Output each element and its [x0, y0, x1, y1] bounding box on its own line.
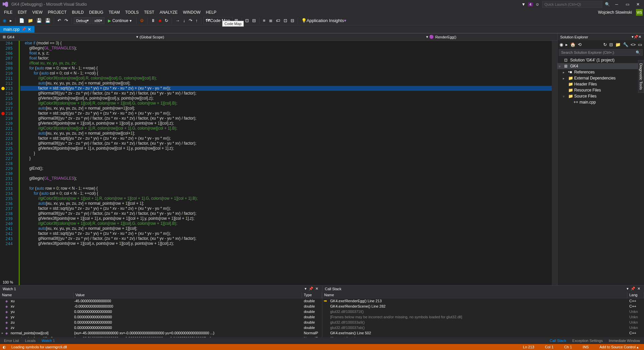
line-number[interactable]: 226 — [0, 151, 19, 156]
source-control-button[interactable]: Add to Source Control ▴ — [597, 345, 641, 349]
watch-row[interactable]: ◈yu0.00000000000000000double — [0, 309, 322, 314]
code-line[interactable]: glVertex3f(points[row + 1][col + 1].x, p… — [20, 216, 552, 221]
open-icon[interactable]: 📁 — [26, 17, 34, 24]
watch-row[interactable]: ◈xu-45.000000000000000double — [0, 298, 322, 304]
step-out-icon[interactable]: ↑ — [194, 17, 199, 24]
solution-search[interactable]: Search Solution Explorer (Ctrl+;) 🔍 — [559, 49, 643, 56]
watch-col-type[interactable]: Type — [302, 292, 322, 298]
tb-icon-8[interactable]: ⊟ — [289, 17, 296, 24]
watch-row[interactable]: ◈yv0.00000000000000000double — [0, 314, 322, 320]
tree-node[interactable]: ▸📁External Dependencies — [557, 75, 644, 81]
line-number[interactable]: 239 — [0, 216, 19, 221]
line-number[interactable]: 235 — [0, 196, 19, 201]
tree-node[interactable]: ▿📁Source Files — [557, 93, 644, 99]
panel-close-icon[interactable]: ✕ — [638, 35, 641, 39]
code-line[interactable]: glNormal3f((yu * zv - zu * yv) / factor,… — [20, 236, 552, 241]
code-editor[interactable]: 2042052062072082092102112122132142152162… — [0, 41, 557, 285]
line-number[interactable]: 215 — [0, 96, 19, 101]
line-gutter[interactable]: 2042052062072082092102112122132142152162… — [0, 41, 19, 285]
code-line[interactable] — [20, 161, 552, 166]
line-number[interactable]: 233 — [0, 186, 19, 191]
se-showall-icon[interactable]: 📁 — [615, 41, 621, 48]
tree-node[interactable]: 📁Header Files — [557, 81, 644, 87]
callstack-row[interactable]: ➡GK4.exe!RenderEgg() Line 213C++ — [322, 298, 644, 304]
tree-node[interactable]: ⊡Solution 'GK4' (1 project) — [557, 57, 644, 63]
code-line[interactable]: for (auto col = 0; col < N - 1; ++col) { — [20, 191, 552, 196]
code-line[interactable]: //glColor3f(colors[row + 1][col].R, colo… — [20, 221, 552, 226]
saveall-icon[interactable]: 💾 — [44, 17, 52, 24]
line-number[interactable]: 234 — [0, 191, 19, 196]
code-line[interactable]: glVertex3f(points[row + 1][col].x, point… — [20, 241, 552, 246]
flag-icon[interactable]: ▼ — [521, 2, 525, 7]
code-line[interactable] — [20, 171, 552, 176]
panel-dropdown-icon[interactable]: ▾ — [626, 287, 630, 291]
panel-close-icon[interactable]: ✕ — [636, 287, 641, 291]
nav-project[interactable]: ⊞ GK4 — [0, 34, 134, 40]
line-number[interactable]: 223 — [0, 136, 19, 141]
diagnostic-tools-tab[interactable]: Diagnostic Tools — [638, 60, 644, 93]
line-number[interactable]: 211 — [0, 76, 19, 81]
line-number[interactable]: 242 — [0, 231, 19, 236]
se-code-icon[interactable]: <> — [630, 41, 636, 48]
user-avatar[interactable]: WS — [636, 9, 643, 16]
code-line[interactable]: //glColor3f(colors[row][col].R, colors[r… — [20, 76, 552, 81]
line-number[interactable]: 236 — [0, 201, 19, 206]
panel-pin-icon[interactable]: 📌 — [634, 35, 638, 39]
line-number[interactable]: 231 — [0, 176, 19, 181]
line-number[interactable]: 222 — [0, 131, 19, 136]
minimize-button[interactable]: ─ — [613, 1, 621, 8]
menu-help[interactable]: HELP — [203, 9, 219, 15]
se-home-icon[interactable]: 🏠 — [570, 41, 576, 48]
menu-window[interactable]: WINDOW — [180, 9, 203, 15]
redo-icon[interactable]: ↷ — [63, 17, 69, 24]
code-line[interactable]: glNormal3f((yu * zv - zu * yv) / factor,… — [20, 211, 552, 216]
nav-scope[interactable]: ▾ (Global Scope) — [134, 34, 424, 40]
line-number[interactable]: 206 — [0, 51, 19, 56]
line-number[interactable]: 219 — [0, 116, 19, 121]
line-number[interactable]: 227 — [0, 156, 19, 161]
code-line[interactable]: auto[xu, xv, yu, yv, zu, zv] = normal_po… — [20, 226, 552, 231]
zoom-level[interactable]: 100 % — [1, 280, 14, 285]
code-line[interactable]: else if (model == 3) { — [20, 41, 552, 46]
line-number[interactable]: 230 — [0, 171, 19, 176]
new-icon[interactable]: 📄 — [18, 17, 26, 24]
pause-icon[interactable]: ⏸ — [150, 17, 157, 24]
callstack-row[interactable]: [External Code] — [322, 336, 644, 337]
line-number[interactable]: 221 — [0, 126, 19, 131]
line-number[interactable]: 205 — [0, 46, 19, 51]
line-number[interactable]: 240 — [0, 221, 19, 226]
tb-icon-2[interactable]: ⊡ — [244, 17, 250, 24]
line-number[interactable]: 232 — [0, 181, 19, 186]
line-number[interactable]: 204 — [0, 41, 19, 46]
code-line[interactable]: //glColor3f(colors[row + 1][col + 1].R, … — [20, 196, 552, 201]
panel-pin-icon[interactable]: 📌 — [308, 287, 314, 291]
code-line[interactable]: auto[xu, xv, yu, yv, zu, zv] = normal_po… — [20, 131, 552, 136]
pin-icon[interactable]: 📌 — [22, 27, 26, 31]
search-icon[interactable]: 🔍 — [605, 2, 610, 7]
line-number[interactable]: 225 — [0, 146, 19, 151]
tree-node[interactable]: ▸•■References — [557, 69, 644, 75]
line-number[interactable]: 241 — [0, 226, 19, 231]
callstack-row[interactable]: glut32.dll!1000371f()Unkn — [322, 309, 644, 314]
line-number[interactable]: 229 — [0, 166, 19, 171]
line-number[interactable]: 212 — [0, 81, 19, 86]
code-line[interactable]: auto[xu, xv, yu, yv, zu, zv] = normal_po… — [20, 201, 552, 206]
callstack-row[interactable]: GK4.exe!main() Line 502C++ — [322, 330, 644, 336]
maximize-button[interactable]: ▭ — [623, 1, 631, 8]
save-icon[interactable]: 💾 — [35, 17, 43, 24]
se-fwd-icon[interactable]: ▸ — [565, 41, 569, 48]
user-name[interactable]: Wojciech Slowinski — [596, 9, 634, 15]
tb-icon-6[interactable]: 🏷 — [275, 17, 282, 24]
watch-row[interactable]: ◈zv0.00000000000000000double — [0, 325, 322, 330]
code-line[interactable]: factor = std::sqrt((yu * zv - zu * yv) +… — [20, 231, 552, 236]
code-line[interactable]: } — [20, 156, 552, 161]
se-preview-icon[interactable]: ▭ — [637, 41, 643, 48]
menu-build[interactable]: BUILD — [69, 9, 86, 15]
watch-row[interactable]: ◈zu0.00000000000000000double — [0, 320, 322, 325]
line-number[interactable]: 220 — [0, 121, 19, 126]
line-number[interactable]: 216 — [0, 101, 19, 106]
watch-row[interactable]: ◈xv-0.00000000000000000double — [0, 304, 322, 309]
code-line[interactable]: for (auto row = 0; row < N - 1; ++row) { — [20, 186, 552, 191]
code-line[interactable]: factor = std::sqrt((yu * zv - zu * yv) +… — [20, 111, 552, 116]
line-number[interactable]: 243 — [0, 236, 19, 241]
